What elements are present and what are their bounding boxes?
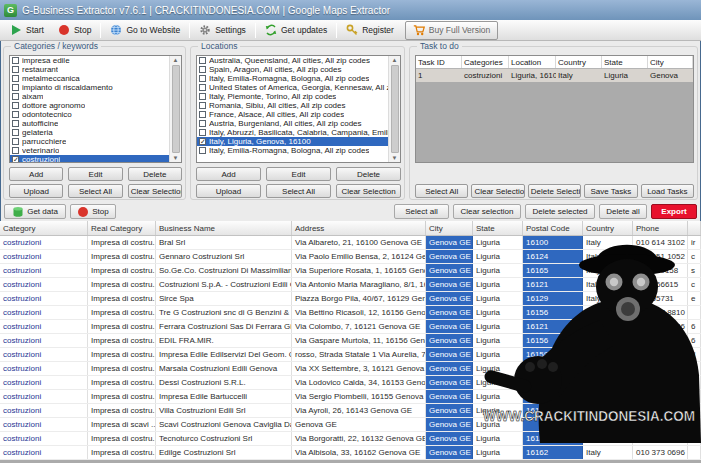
location-item[interactable]: Italy, Emilia-Romagna, Bologna, All zip …	[197, 146, 388, 155]
category-item[interactable]: impresa edile	[10, 56, 169, 65]
buy-full-version-button[interactable]: Buy Full Version	[405, 21, 498, 40]
tasks-load-button[interactable]: Load Tasks	[641, 184, 694, 198]
category-checkbox[interactable]	[12, 102, 19, 109]
result-row[interactable]: costruzioni Impresa di costru... Gennaro…	[0, 250, 701, 264]
category-checkbox[interactable]	[12, 147, 19, 154]
category-checkbox[interactable]	[12, 66, 19, 73]
location-checkbox[interactable]	[199, 75, 206, 82]
scroll-up-icon[interactable]: ▲	[173, 56, 179, 64]
register-button[interactable]: Register	[339, 21, 401, 40]
results-column-header[interactable]	[688, 221, 701, 235]
results-column-header[interactable]: City	[426, 221, 473, 235]
tasks-clear-selection-button[interactable]: Clear Selection	[471, 184, 524, 198]
result-row[interactable]: costruzioni Impresa di costru... Bral Sr…	[0, 236, 701, 250]
result-row[interactable]: costruzioni Impresa di costru... Edilge …	[0, 446, 701, 460]
category-item[interactable]: impianto di riscaldamento	[10, 83, 169, 92]
category-checkbox[interactable]	[12, 111, 19, 118]
delete-all-button[interactable]: Delete all	[599, 204, 647, 219]
go-to-website-button[interactable]: Go to Website	[103, 21, 187, 40]
task-column-header[interactable]: Location	[509, 56, 556, 68]
location-checkbox[interactable]	[199, 84, 206, 91]
location-item[interactable]: France, Alsace, All cities, All zip code…	[197, 110, 388, 119]
locations-edit-button[interactable]: Edit	[266, 167, 331, 181]
results-column-header[interactable]: Phone	[633, 221, 688, 235]
locations-add-button[interactable]: Add	[196, 167, 261, 181]
location-checkbox[interactable]	[199, 129, 206, 136]
location-item[interactable]: Spain, Aragon, All cities, All zip codes	[197, 65, 388, 74]
category-item[interactable]: dottore agronomo	[10, 101, 169, 110]
tasks-save-button[interactable]: Save Tasks	[584, 184, 637, 198]
result-row[interactable]: costruzioni Impresa di costru... Costruz…	[0, 278, 701, 292]
scroll-thumb[interactable]	[172, 65, 180, 153]
result-row[interactable]: costruzioni Impresa di scavi ... Scavi C…	[0, 418, 701, 432]
categories-select-all-button[interactable]: Select All	[68, 184, 122, 198]
result-row[interactable]: costruzioni Impresa di costru... Villa C…	[0, 404, 701, 418]
task-column-header[interactable]: City	[648, 56, 693, 68]
categories-delete-button[interactable]: Delete	[128, 167, 182, 181]
categories-upload-button[interactable]: Upload	[9, 184, 63, 198]
locations-delete-button[interactable]: Delete	[336, 167, 401, 181]
category-checkbox[interactable]	[12, 93, 19, 100]
result-row[interactable]: costruzioni Impresa di costru... Ferrara…	[0, 320, 701, 334]
task-column-header[interactable]: Task ID	[416, 56, 462, 68]
task-column-header[interactable]: Categories	[462, 56, 509, 68]
results-column-header[interactable]: Real Category	[88, 221, 156, 235]
settings-button[interactable]: Settings	[192, 21, 253, 40]
location-item[interactable]: Italy, Liguria, Genova, 16100	[197, 137, 388, 146]
stop-button[interactable]: Stop	[51, 21, 99, 40]
location-checkbox[interactable]	[199, 111, 206, 118]
results-column-header[interactable]: Business Name	[156, 221, 292, 235]
result-row[interactable]: costruzioni Impresa di costru... Impresa…	[0, 348, 701, 362]
results-column-header[interactable]: State	[473, 221, 523, 235]
results-column-header[interactable]: Postal Code	[523, 221, 583, 235]
locations-select-all-button[interactable]: Select All	[266, 184, 331, 198]
category-item[interactable]: restaurant	[10, 65, 169, 74]
location-checkbox[interactable]	[199, 138, 206, 145]
delete-selected-button[interactable]: Delete selected	[525, 204, 595, 219]
task-column-header[interactable]: Country	[556, 56, 602, 68]
scroll-down-icon[interactable]: ▼	[392, 154, 398, 162]
stop-data-button[interactable]: Stop	[70, 204, 116, 219]
results-column-header[interactable]: Country	[583, 221, 633, 235]
location-checkbox[interactable]	[199, 120, 206, 127]
location-item[interactable]: Australia, Queensland, All cities, All z…	[197, 56, 388, 65]
scroll-thumb[interactable]	[391, 65, 399, 153]
location-checkbox[interactable]	[199, 147, 206, 154]
results-column-header[interactable]: Category	[0, 221, 88, 235]
location-checkbox[interactable]	[199, 93, 206, 100]
category-item[interactable]: gelateria	[10, 128, 169, 137]
clear-selection-results-button[interactable]: Clear selection	[453, 204, 521, 219]
task-row[interactable]: 1 costruzioni Liguria, 16100 Italy Ligur…	[416, 69, 693, 82]
categories-edit-button[interactable]: Edit	[68, 167, 122, 181]
result-row[interactable]: costruzioni Impresa di costru... So.Ge.C…	[0, 264, 701, 278]
category-item[interactable]: odontotecnico	[10, 110, 169, 119]
result-row[interactable]: costruzioni Impresa di costru... Dessi C…	[0, 376, 701, 390]
category-item[interactable]: costruzioni	[10, 155, 169, 163]
category-checkbox[interactable]	[12, 84, 19, 91]
category-item[interactable]: aixam	[10, 92, 169, 101]
get-data-button[interactable]: Get data	[4, 204, 66, 219]
category-item[interactable]: veterinario	[10, 146, 169, 155]
category-checkbox[interactable]	[12, 138, 19, 145]
location-checkbox[interactable]	[199, 57, 206, 64]
category-checkbox[interactable]	[12, 120, 19, 127]
category-checkbox[interactable]	[12, 129, 19, 136]
category-checkbox[interactable]	[12, 57, 19, 64]
category-checkbox[interactable]	[12, 156, 19, 163]
results-column-header[interactable]: Address	[292, 221, 426, 235]
category-item[interactable]: autofficine	[10, 119, 169, 128]
categories-clear-selection-button[interactable]: Clear Selection	[128, 184, 182, 198]
start-button[interactable]: Start	[3, 21, 51, 40]
result-row[interactable]: costruzioni Impresa di costru... EDIL FR…	[0, 334, 701, 348]
result-row[interactable]: costruzioni Impresa di costru... Tre G C…	[0, 306, 701, 320]
location-item[interactable]: Romania, Sibiu, All cities, All zip code…	[197, 101, 388, 110]
location-item[interactable]: Italy, Abruzzi, Basilicata, Calabria, Ca…	[197, 128, 388, 137]
categories-add-button[interactable]: Add	[9, 167, 63, 181]
task-column-header[interactable]: State	[602, 56, 648, 68]
export-button[interactable]: Export	[651, 204, 697, 219]
category-item[interactable]: parrucchiere	[10, 137, 169, 146]
tasks-delete-selection-button[interactable]: Delete Selection	[528, 184, 581, 198]
location-item[interactable]: Italy, Emilia-Romagna, Bologna, All zip …	[197, 74, 388, 83]
scroll-down-icon[interactable]: ▼	[173, 154, 179, 162]
locations-clear-selection-button[interactable]: Clear Selection	[336, 184, 401, 198]
